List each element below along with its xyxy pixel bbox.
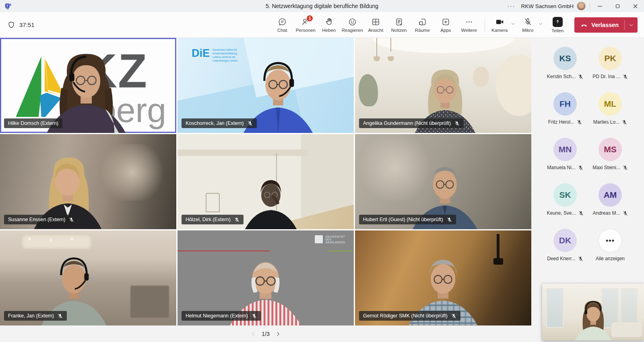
muted-mic-icon bbox=[451, 313, 456, 319]
avatar[interactable]: FH bbox=[553, 92, 577, 116]
account-avatar[interactable] bbox=[577, 2, 586, 10]
mic-options-chevron[interactable] bbox=[538, 21, 543, 26]
react-button[interactable]: Reagieren bbox=[341, 16, 364, 34]
participant-name-tag: Helmut Niegemann (Extern) bbox=[182, 311, 261, 321]
avatar[interactable]: DK bbox=[553, 229, 577, 252]
participant-fritz[interactable]: FH Fritz Herol... bbox=[543, 92, 588, 138]
avatar[interactable]: SK bbox=[553, 183, 577, 207]
people-badge: 1 bbox=[307, 15, 313, 21]
page-previous-chevron[interactable] bbox=[250, 331, 256, 337]
camera-button[interactable]: Kamera bbox=[489, 16, 510, 34]
self-video-person bbox=[565, 288, 622, 340]
participant-deed[interactable]: DK Deed Knerr... bbox=[543, 229, 588, 274]
apps-button[interactable]: Apps bbox=[434, 16, 457, 34]
avatar[interactable]: MN bbox=[553, 138, 577, 161]
participant-keune[interactable]: SK Keune, Sve... bbox=[543, 183, 588, 229]
leave-options-chevron[interactable] bbox=[625, 23, 638, 27]
hand-icon bbox=[324, 17, 334, 27]
view-grid-icon bbox=[371, 17, 380, 27]
muted-mic-icon bbox=[578, 165, 583, 170]
share-icon bbox=[553, 17, 563, 27]
page-next-chevron[interactable] bbox=[275, 331, 281, 337]
share-button[interactable]: Teilen bbox=[546, 15, 569, 35]
muted-mic-icon bbox=[234, 217, 239, 222]
svg-text:T: T bbox=[6, 4, 8, 8]
muted-mic-icon bbox=[252, 313, 257, 319]
leave-button[interactable]: Verlassen bbox=[574, 17, 638, 33]
people-button[interactable]: 1 Personen bbox=[294, 16, 317, 34]
chat-icon bbox=[278, 17, 287, 27]
participant-andreas[interactable]: AM Andreas M... bbox=[588, 183, 633, 229]
notes-icon bbox=[394, 17, 404, 27]
minimize-button[interactable] bbox=[591, 0, 609, 12]
close-button[interactable] bbox=[626, 0, 644, 12]
grid-pagination: 1/3 bbox=[0, 325, 531, 342]
video-tile-hilke-domsch[interactable]: KZ berg Hilke Domsch (Extern) bbox=[0, 38, 176, 133]
video-tile-hoelzel-dirk[interactable]: Hölzel, Dirk (Extern) bbox=[178, 134, 354, 229]
participant-maxi[interactable]: MS Maxi Steini... bbox=[588, 138, 633, 183]
video-tile-gernot-roediger[interactable]: Gernot Rödiger SMK (Nicht überprüft) bbox=[355, 230, 531, 325]
avatar[interactable]: PK bbox=[599, 47, 622, 70]
view-button[interactable]: Ansicht bbox=[364, 16, 387, 34]
muted-mic-icon bbox=[577, 120, 582, 125]
participant-kerstin[interactable]: KS Kerstin Sch... bbox=[543, 47, 588, 92]
muted-mic-icon bbox=[578, 74, 583, 79]
muted-mic-icon bbox=[623, 74, 628, 79]
self-video-preview[interactable] bbox=[542, 284, 644, 340]
participant-name-tag: Franke, Jan (Extern) bbox=[4, 311, 67, 321]
avatar[interactable]: MS bbox=[599, 138, 622, 161]
participant-name-tag: Koschorreck, Jan (Extern) bbox=[182, 118, 257, 128]
participant-pd-dr-ina[interactable]: PK PD Dr. Ina ... bbox=[588, 47, 633, 92]
muted-mic-icon bbox=[69, 217, 74, 222]
participant-name-tag: Hölzel, Dirk (Extern) bbox=[182, 215, 244, 224]
more-button[interactable]: Weitere bbox=[457, 16, 481, 34]
show-all-participants[interactable]: ••• Alle anzeigen bbox=[588, 229, 633, 274]
toolbar-divider bbox=[485, 17, 485, 33]
video-tile-franke-jan[interactable]: Franke, Jan (Extern) bbox=[0, 230, 176, 325]
participant-name-tag: Hubert Ertl (Guest) (Nicht überprüft) bbox=[359, 215, 456, 224]
shield-icon bbox=[7, 21, 15, 29]
participant-name-tag: Gernot Rödiger SMK (Nicht überprüft) bbox=[359, 311, 460, 321]
mic-button[interactable]: Mikro bbox=[518, 16, 537, 34]
raise-hand-button[interactable]: Heben bbox=[317, 16, 341, 34]
participant-video-person bbox=[234, 170, 308, 229]
overflow-ellipsis-icon[interactable]: ••• bbox=[599, 229, 622, 252]
svg-text:NEU: NEU bbox=[6, 8, 9, 9]
muted-mic-icon bbox=[447, 217, 452, 222]
muted-mic-icon bbox=[454, 121, 460, 126]
window-titlebar: T NEU 5. Netzwerktagung digitale berufli… bbox=[0, 0, 644, 12]
participant-manuela[interactable]: MN Manuela Ni... bbox=[543, 138, 588, 183]
muted-mic-icon bbox=[623, 211, 628, 216]
apps-plus-icon bbox=[441, 17, 450, 27]
participant-name-tag: Hilke Domsch (Extern) bbox=[4, 118, 62, 128]
muted-mic-icon bbox=[578, 211, 584, 216]
participant-name-tag: Angelika Gundermann (Nicht überprüft) bbox=[359, 118, 464, 128]
chat-button[interactable]: Chat bbox=[270, 16, 294, 34]
muted-mic-icon bbox=[248, 121, 253, 126]
avatar[interactable]: KS bbox=[553, 47, 577, 70]
avatar[interactable]: ML bbox=[599, 92, 622, 116]
video-tile-hubert-ertl[interactable]: Hubert Ertl (Guest) (Nicht überprüft) bbox=[355, 134, 531, 229]
ellipsis-icon bbox=[464, 17, 474, 27]
camera-options-chevron[interactable] bbox=[511, 21, 516, 26]
page-indicator: 1/3 bbox=[262, 331, 270, 337]
maximize-button[interactable] bbox=[609, 0, 626, 12]
meeting-timer: 37:51 bbox=[19, 21, 35, 28]
rooms-button[interactable]: Räume bbox=[411, 16, 434, 34]
video-grid: KZ berg Hilke Domsch (Extern) bbox=[0, 38, 531, 325]
video-tile-koschorreck-jan[interactable]: DiE Deutsches Institut für Erwachsenenbi… bbox=[178, 38, 354, 133]
hangup-icon bbox=[580, 21, 588, 29]
smiley-icon bbox=[348, 17, 357, 27]
titlebar-overflow-menu[interactable]: ··· bbox=[502, 3, 521, 9]
teams-icon[interactable]: T NEU bbox=[5, 2, 12, 10]
camera-icon bbox=[495, 17, 504, 27]
participant-marlies[interactable]: ML Marlies Lo... bbox=[588, 92, 633, 138]
video-tile-helmut-niegemann[interactable]: UNIVERSITÄT DES SAARLANDES Helmut Niegem… bbox=[178, 230, 354, 325]
rooms-icon bbox=[418, 17, 427, 27]
notes-button[interactable]: Notizen bbox=[387, 16, 411, 34]
video-tile-susanne-enssen[interactable]: Susanne Enssen (Extern) bbox=[0, 134, 176, 229]
muted-mic-icon bbox=[58, 313, 63, 319]
meeting-toolbar: 37:51 Chat 1 Personen Heben Reagieren An… bbox=[0, 12, 644, 38]
avatar[interactable]: AM bbox=[599, 183, 622, 207]
video-tile-angelika-gundermann[interactable]: Angelika Gundermann (Nicht überprüft) bbox=[355, 38, 531, 133]
